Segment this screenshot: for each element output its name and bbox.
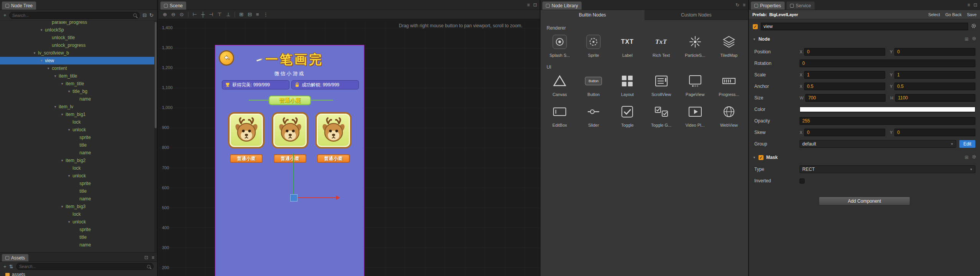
gizmo-red-axis[interactable] [297, 197, 336, 198]
tree-node-sprite[interactable]: sprite [0, 226, 154, 233]
tab-service[interactable]: Service [787, 2, 815, 10]
library-item-particle-system[interactable]: ParticleS... [678, 33, 712, 58]
deer-card[interactable] [228, 112, 264, 149]
tree-node-unlock[interactable]: ▼unlock [0, 172, 154, 180]
library-item-progressbar[interactable]: Progress... [712, 72, 746, 97]
scrollbar-thumb[interactable] [155, 22, 157, 128]
node-tree-search-input[interactable] [12, 13, 132, 18]
mask-type-dropdown[interactable]: RECT ▼ [800, 165, 975, 173]
tree-node-item_lv[interactable]: ▼item_lv [0, 103, 154, 111]
opacity-input[interactable]: 255 [800, 117, 975, 125]
distribute-horizontal-icon[interactable]: ⊞ [239, 12, 243, 17]
prefab-select-button[interactable]: Select [928, 12, 940, 17]
node-tree-search[interactable] [9, 12, 140, 19]
grid-icon[interactable]: ⊞ [965, 155, 968, 160]
gizmo-anchor-handle[interactable] [290, 194, 297, 202]
assets-search-input[interactable] [19, 264, 145, 269]
menu-icon[interactable]: ≡ [527, 2, 530, 8]
tree-node-sprite[interactable]: sprite [0, 180, 154, 187]
tab-node-tree[interactable]: Node Tree [2, 2, 36, 10]
position-x-input[interactable]: 0 [804, 48, 885, 56]
library-item-toggle[interactable]: Toggle [610, 103, 644, 127]
level-card-3[interactable]: 普通小鹿 [315, 112, 352, 163]
tree-node-lv_scrollview_b[interactable]: ▼lv_scrollview_b [0, 49, 154, 57]
library-item-label[interactable]: TXT Label [610, 33, 644, 58]
sort-icon[interactable]: ⇅ [9, 264, 13, 269]
tree-node-item_big2[interactable]: ▼item_big2 [0, 157, 154, 164]
gear-icon[interactable] [972, 36, 976, 42]
tree-node-title_bg[interactable]: ▼title_bg [0, 88, 154, 95]
align-center-horizontal-icon[interactable]: ┼ [201, 12, 205, 17]
level-card-1[interactable]: 普通小鹿 [228, 112, 264, 163]
tree-node-item_title[interactable]: ▼item_title [0, 80, 154, 88]
tree-node-lock[interactable]: lock [0, 210, 154, 218]
grid-icon[interactable]: ⊞ [965, 36, 968, 42]
align-top-icon[interactable]: ⊤ [218, 12, 222, 17]
tree-node-item_big3[interactable]: ▼item_big3 [0, 203, 154, 210]
group-dropdown[interactable]: default ▼ [800, 140, 956, 148]
zoom-in-icon[interactable]: ⊕ [163, 12, 167, 17]
tree-node-name[interactable]: name [0, 95, 154, 103]
library-item-rich-text[interactable]: TxT Rich Text [644, 33, 678, 58]
chevron-down-icon[interactable]: ▼ [68, 174, 73, 178]
chevron-down-icon[interactable]: ▼ [68, 90, 73, 93]
rotation-input[interactable]: 0 [800, 59, 975, 67]
tab-assets[interactable]: Assets [2, 254, 28, 261]
zoom-fit-icon[interactable]: ⊙ [180, 12, 184, 17]
library-item-layout[interactable]: Layout [610, 72, 644, 97]
size-w-input[interactable]: 700 [805, 94, 886, 102]
tree-node-name[interactable]: name [0, 195, 154, 203]
align-bottom-icon[interactable]: ⊥ [226, 12, 230, 17]
library-item-toggle-group[interactable]: Toggle G... [644, 103, 678, 127]
menu-icon[interactable]: ≡ [743, 2, 745, 8]
tree-node-unlock[interactable]: ▼unlock [0, 218, 154, 226]
chevron-down-icon[interactable]: ▼ [753, 38, 756, 41]
chevron-down-icon[interactable]: ▼ [40, 59, 45, 63]
align-right-icon[interactable]: ⊣ [209, 12, 213, 17]
chevron-down-icon[interactable]: ▼ [33, 51, 38, 55]
tree-node-unlock_progress[interactable]: unlock_progress [0, 41, 154, 49]
library-item-button[interactable]: Button Button [577, 72, 610, 97]
prefab-go-back-button[interactable]: Go Back [945, 12, 962, 17]
gear-icon[interactable] [972, 155, 976, 160]
refresh-icon[interactable]: ↻ [735, 2, 739, 8]
chevron-down-icon[interactable]: ▼ [61, 113, 66, 116]
maximize-icon[interactable]: ⊡ [973, 2, 977, 8]
skew-x-input[interactable]: 0 [804, 129, 885, 136]
add-asset-button[interactable]: + [3, 264, 7, 269]
anchor-y-input[interactable]: 0.5 [894, 83, 975, 90]
distribute-evenly-icon[interactable]: ≡ [256, 12, 259, 17]
chevron-down-icon[interactable]: ▼ [54, 74, 59, 78]
game-canvas[interactable]: 一笔画完 微信小游戏 获得完美: 999/999 成功解锁: 999/999 普… [215, 45, 364, 276]
library-item-video-player[interactable]: Video Pl... [678, 103, 712, 127]
assets-search[interactable] [16, 263, 154, 270]
tree-node-content[interactable]: ▼content [0, 64, 154, 72]
chevron-down-icon[interactable]: ▼ [61, 205, 66, 208]
tree-node-name[interactable]: name [0, 241, 154, 249]
tab-custom-nodes[interactable]: Custom Nodes [645, 10, 749, 20]
maximize-icon[interactable]: ⊡ [533, 2, 537, 8]
zoom-out-icon[interactable]: ⊖ [171, 12, 175, 17]
tab-builtin-nodes[interactable]: Builtin Nodes [540, 10, 645, 20]
tree-node-item_big1[interactable]: ▼item_big1 [0, 111, 154, 118]
size-h-input[interactable]: 1100 [895, 94, 975, 102]
asset-item-assets[interactable]: assets [0, 271, 157, 276]
library-item-splash-sprite[interactable]: Splash S... [543, 33, 577, 58]
tree-node-item_title[interactable]: ▼item_title [0, 72, 154, 80]
anchor-x-input[interactable]: 0.5 [804, 83, 885, 90]
add-component-button[interactable]: Add Component [819, 197, 910, 205]
color-swatch[interactable] [800, 107, 975, 112]
chevron-down-icon[interactable]: ▼ [61, 159, 66, 162]
tree-node-lock[interactable]: lock [0, 164, 154, 172]
scale-y-input[interactable]: 1 [894, 71, 975, 79]
deer-card[interactable] [272, 112, 308, 149]
library-item-canvas[interactable]: Canvas [543, 72, 577, 97]
group-edit-button[interactable]: Edit [959, 140, 975, 148]
tree-node-name[interactable]: name [0, 149, 154, 157]
tree-node-sprite[interactable]: sprite [0, 134, 154, 141]
mask-section-header[interactable]: ▼ ✓ Mask ⊞ [749, 153, 980, 162]
gizmo-red-arrowhead[interactable] [336, 195, 340, 200]
position-y-input[interactable]: 0 [894, 48, 975, 56]
chevron-down-icon[interactable]: ▼ [54, 105, 59, 109]
chevron-down-icon[interactable]: ▼ [68, 220, 73, 224]
